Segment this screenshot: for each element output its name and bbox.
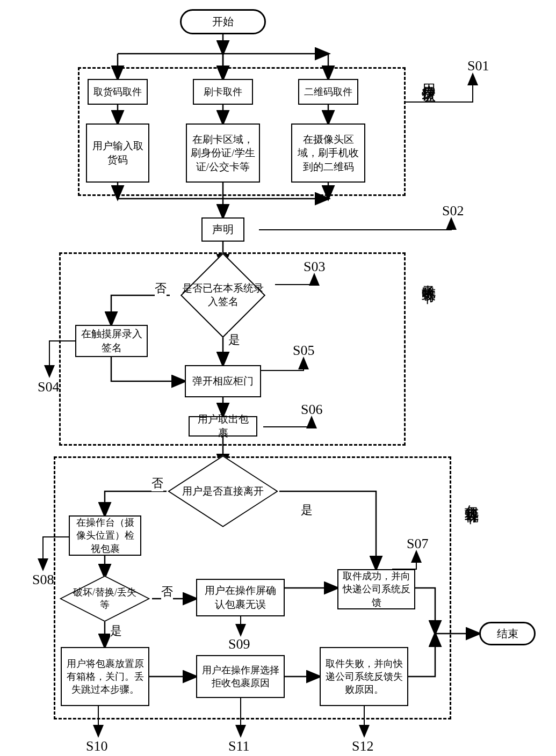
group-s01-title: 用户身份认证 [419,72,438,191]
d3-no: 否 [161,584,173,600]
group-inspect-title: 包裹验视环节 [462,494,481,634]
s03-text: 是否已在本系统录入签名 [177,277,269,314]
s01-opt2-desc: 在刷卡区域，刷身份证/学生证/公交卡等 [186,123,260,183]
s01-opt1-title: 取货码取件 [88,79,148,105]
s12-box: 取件失败，并向快递公司系统反馈失败原因。 [320,647,408,706]
s03-yes: 是 [228,332,240,348]
end-terminator: 结束 [479,622,536,645]
s02-box: 声明 [201,217,244,242]
d2-text: 用户是否直接离开 [180,477,266,506]
seq-s10: S10 [86,738,107,754]
seq-s12: S12 [352,738,373,754]
s04-box: 在触摸屏录入签名 [75,325,148,357]
d3-text: 破坏/替换/丢失等 [70,585,140,612]
s03-no: 否 [155,280,167,296]
start-terminator: 开始 [180,9,266,34]
seq-s08: S08 [32,572,54,588]
end-label: 结束 [497,627,518,641]
s01-opt3-title: 二维码取件 [298,79,358,105]
s08-box: 在操作台（摄像头位置）检视包裹 [69,515,141,556]
group-sign-title: 电子签收环节 [419,274,438,413]
s07-box: 取件成功，并向快递公司系统反馈 [337,569,415,609]
s05-box: 弹开相应柜门 [185,365,261,397]
seq-s02: S02 [442,203,464,219]
seq-s03: S03 [304,259,325,275]
seq-s11: S11 [228,738,250,754]
s01-opt2-title: 刷卡取件 [193,79,253,105]
s11-box: 用户在操作屏选择拒收包裹原因 [196,655,285,698]
seq-s05: S05 [293,343,314,359]
seq-s07: S07 [407,536,428,552]
start-label: 开始 [212,14,234,29]
seq-s06: S06 [301,402,322,418]
seq-s01: S01 [467,58,489,74]
s09-box: 用户在操作屏确认包裹无误 [196,579,285,616]
d3-yes: 是 [110,623,122,639]
s01-opt3-desc: 在摄像头区域，刷手机收到的二维码 [291,123,365,183]
d2-no: 否 [151,475,163,491]
s01-opt1-desc: 用户输入取货码 [86,123,149,183]
seq-s09: S09 [228,636,250,652]
seq-s04: S04 [38,379,59,395]
s06-box: 用户取出包裹 [189,416,257,437]
s10-box: 用户将包裹放置原有箱格，关门。丢失跳过本步骤。 [61,647,149,706]
d2-yes: 是 [301,502,313,518]
